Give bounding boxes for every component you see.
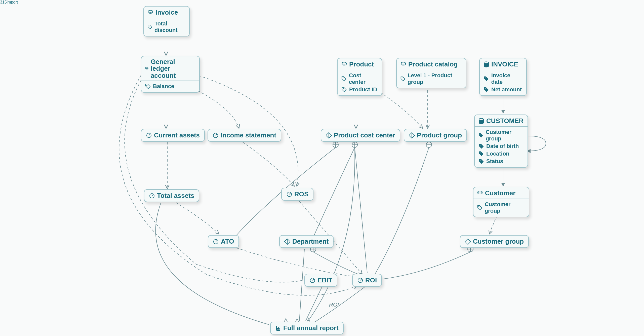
node-department[interactable]: Department <box>279 235 334 248</box>
attr-row: Invoice date <box>483 72 523 86</box>
node-title: Current assets <box>154 131 200 139</box>
attr-label: Customer group <box>486 129 524 142</box>
database-icon <box>478 118 484 124</box>
attr-row: Cost center <box>341 72 378 86</box>
svg-point-17 <box>352 142 357 147</box>
node-total-assets[interactable]: Total assets <box>144 189 199 202</box>
node-full-annual-report[interactable]: Full annual report <box>270 322 344 334</box>
dimension-icon <box>326 132 332 138</box>
node-ebit[interactable]: EBIT <box>304 274 337 287</box>
attr-row: Customer group <box>477 201 525 215</box>
report-icon <box>275 325 281 331</box>
tag-filled-icon <box>478 151 484 157</box>
node-title: Product cost center <box>334 131 395 139</box>
svg-point-14 <box>333 142 338 147</box>
node-product-group[interactable]: Product group <box>404 129 467 142</box>
tag-icon <box>145 83 151 89</box>
attr-row: Location <box>478 150 524 158</box>
node-title: General ledger account <box>151 58 196 79</box>
attr-label: Invoice date <box>491 72 523 85</box>
attr-label: Product ID <box>349 86 377 93</box>
node-ros[interactable]: ROS <box>281 188 313 201</box>
node-product-cost-center[interactable]: Product cost center <box>321 129 400 142</box>
edge-label-roi: ROI <box>329 302 339 308</box>
attr-row: Date of birth <box>478 142 524 150</box>
gauge-icon <box>309 277 315 283</box>
entity-icon <box>400 61 406 67</box>
node-title: Full annual report <box>283 324 339 332</box>
attr-label: Location <box>486 151 509 157</box>
node-title: Product group <box>417 131 462 139</box>
tag-icon <box>477 205 483 211</box>
tag-icon <box>341 76 347 82</box>
node-income-statement[interactable]: Income statement <box>208 129 281 142</box>
entity-icon <box>147 10 153 16</box>
entity-icon <box>145 66 149 72</box>
tag-filled-icon <box>478 158 484 164</box>
attr-label: Cost center <box>349 72 378 85</box>
tag-filled-icon <box>478 132 484 138</box>
node-title: ROI <box>365 276 377 284</box>
gauge-icon <box>286 191 292 197</box>
node-invoice[interactable]: Invoice Total discount <box>143 6 190 36</box>
attr-label: Date of birth <box>486 143 519 150</box>
node-product[interactable]: Product Cost center Product ID <box>337 58 382 96</box>
node-title: CUSTOMER <box>486 117 524 125</box>
node-title: Product catalog <box>408 60 458 68</box>
node-title: Department <box>292 238 329 245</box>
gauge-icon <box>146 132 152 138</box>
node-title: Customer group <box>473 238 524 245</box>
node-ato[interactable]: ATO <box>208 235 239 248</box>
entity-icon <box>341 61 347 67</box>
node-customer[interactable]: Customer Customer group <box>473 187 529 217</box>
node-invoice-db[interactable]: INVOICE Invoice date Net amount <box>479 58 527 96</box>
gauge-icon <box>149 193 155 199</box>
attr-row: Product ID <box>341 86 378 93</box>
attr-label: Balance <box>153 83 174 90</box>
svg-point-20 <box>426 142 432 147</box>
node-product-catalog[interactable]: Product catalog Level 1 - Product group <box>396 58 466 88</box>
node-roi[interactable]: ROI <box>352 274 382 287</box>
attr-row: Total discount <box>147 20 186 34</box>
diagram-canvas[interactable]: 315import <box>0 0 644 336</box>
attr-row: Balance <box>145 83 196 90</box>
tag-filled-icon <box>478 143 484 149</box>
tag-icon <box>147 24 152 30</box>
tag-filled-icon <box>483 87 489 93</box>
attr-row: Net amount <box>483 86 523 93</box>
node-general-ledger[interactable]: General ledger account Balance <box>141 56 200 93</box>
tag-filled-icon <box>483 76 489 82</box>
dimension-icon <box>284 239 290 245</box>
dimension-icon <box>465 239 471 245</box>
gauge-icon <box>213 239 219 245</box>
dimension-icon <box>409 132 415 138</box>
node-title: Product <box>349 60 374 68</box>
attr-row: Status <box>478 158 524 165</box>
entity-icon <box>477 190 483 196</box>
node-current-assets[interactable]: Current assets <box>141 129 205 142</box>
node-customer-db[interactable]: CUSTOMER Customer group Date of birth Lo… <box>474 115 528 168</box>
attr-label: Total discount <box>154 20 186 33</box>
node-title: ATO <box>221 238 234 245</box>
attr-label: Level 1 - Product group <box>408 72 462 85</box>
node-title: Total assets <box>157 192 194 200</box>
node-customer-group[interactable]: Customer group <box>460 235 529 248</box>
attr-row: Customer group <box>478 128 524 142</box>
gauge-icon <box>357 277 363 283</box>
attr-row: Level 1 - Product group <box>400 72 462 86</box>
attr-label: Status <box>486 158 503 165</box>
node-title: Income statement <box>221 131 276 139</box>
node-title: EBIT <box>317 276 332 284</box>
attr-label: Customer group <box>485 201 525 214</box>
tag-icon <box>400 76 406 82</box>
node-title: Invoice <box>155 9 178 16</box>
database-icon <box>483 61 489 67</box>
node-title: Customer <box>485 189 515 197</box>
node-title: ROS <box>294 190 308 198</box>
node-title: INVOICE <box>491 60 518 68</box>
tag-icon <box>341 87 347 93</box>
attr-label: Net amount <box>491 86 522 93</box>
gauge-icon <box>213 132 219 138</box>
